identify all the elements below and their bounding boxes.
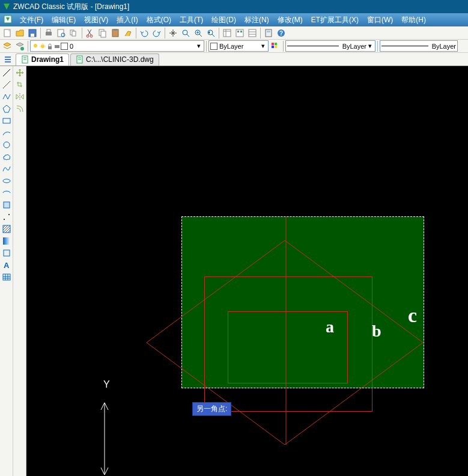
- ellipse-tool[interactable]: [1, 175, 12, 186]
- layer-manager-button[interactable]: [1, 40, 13, 52]
- plot-icon: [53, 43, 61, 50]
- point-tool[interactable]: [1, 212, 12, 222]
- copy-button[interactable]: [97, 27, 109, 39]
- document-tab-drawing1[interactable]: Drawing1: [16, 53, 69, 66]
- svg-rect-34: [275, 43, 277, 45]
- standard-toolbar: ?: [0, 26, 468, 40]
- document-control-icon[interactable]: [3, 14, 14, 25]
- copy-tool[interactable]: [14, 79, 25, 90]
- polyline-tool[interactable]: [1, 91, 12, 102]
- undo-button[interactable]: [138, 27, 150, 39]
- publish-button[interactable]: [68, 27, 80, 39]
- polygon-tool[interactable]: [1, 103, 12, 114]
- zoom-realtime-button[interactable]: [180, 27, 192, 39]
- tab-label: Drawing1: [31, 55, 64, 64]
- design-center-button[interactable]: [234, 27, 246, 39]
- line-tool[interactable]: [1, 67, 12, 78]
- toolbar-separator: [40, 28, 41, 38]
- svg-rect-42: [4, 202, 10, 208]
- linetype-dropdown[interactable]: ByLayer ▾: [285, 40, 375, 52]
- toolbar-separator: [377, 41, 378, 52]
- svg-rect-4: [46, 32, 52, 35]
- lock-icon: [46, 43, 53, 50]
- document-tab-clinic3d[interactable]: C:\...\CLINIC-3D.dwg: [70, 53, 159, 66]
- svg-rect-15: [114, 29, 117, 31]
- properties-button[interactable]: [221, 27, 233, 39]
- svg-point-16: [183, 30, 187, 35]
- construction-line-tool[interactable]: [1, 79, 12, 90]
- pan-button[interactable]: [167, 27, 179, 39]
- svg-rect-25: [267, 31, 270, 32]
- calculator-button[interactable]: [263, 27, 275, 39]
- circle-tool[interactable]: [1, 139, 12, 150]
- insert-block-tool[interactable]: [1, 200, 12, 210]
- svg-point-29: [34, 44, 37, 47]
- ellipse-arc-tool[interactable]: [1, 188, 12, 198]
- menu-edit[interactable]: 编辑(E): [47, 14, 80, 26]
- zoom-previous-button[interactable]: [205, 27, 217, 39]
- toolbar-separator: [28, 41, 28, 52]
- match-button[interactable]: [122, 27, 134, 39]
- menu-draw[interactable]: 绘图(D): [207, 14, 240, 26]
- color-swatch: [210, 43, 217, 50]
- revcloud-tool[interactable]: [1, 151, 12, 162]
- color-dropdown[interactable]: ByLayer ▾: [208, 40, 269, 52]
- hatch-tool[interactable]: [1, 224, 12, 234]
- arc-tool[interactable]: [1, 127, 12, 138]
- menu-insert[interactable]: 插入(I): [112, 14, 142, 26]
- offset-tool[interactable]: [14, 103, 25, 114]
- drawing-canvas[interactable]: a b c 另一角点: Y: [26, 66, 468, 476]
- svg-rect-21: [237, 31, 239, 32]
- help-button[interactable]: ?: [275, 27, 287, 39]
- menu-format[interactable]: 格式(O): [142, 14, 175, 26]
- lineweight-dropdown[interactable]: ByLayer: [380, 40, 458, 52]
- rectangle-tool[interactable]: [1, 115, 12, 126]
- svg-rect-5: [47, 29, 50, 32]
- toolbar-separator: [165, 28, 165, 38]
- color-select-button[interactable]: [269, 40, 281, 52]
- spline-tool[interactable]: [1, 163, 12, 174]
- layer-states-button[interactable]: [14, 40, 26, 52]
- cut-button[interactable]: [84, 27, 96, 39]
- entity-diamond[interactable]: [147, 240, 447, 445]
- annotation-b: b: [372, 322, 381, 341]
- draw-toolbar: A: [0, 66, 13, 476]
- layer-dropdown[interactable]: 0 ▾: [30, 40, 204, 52]
- menu-et-tools[interactable]: ET扩展工具(X): [307, 14, 363, 26]
- toolbar-separator: [260, 28, 261, 38]
- chevron-down-icon: ▾: [366, 42, 374, 50]
- print-preview-button[interactable]: [55, 27, 67, 39]
- tab-control-icon[interactable]: [2, 54, 13, 65]
- lightbulb-icon: [32, 43, 39, 50]
- zoom-window-button[interactable]: [192, 27, 204, 39]
- svg-text:?: ?: [279, 30, 283, 37]
- color-value: ByLayer: [219, 43, 243, 50]
- mirror-tool[interactable]: [14, 91, 25, 102]
- redo-button[interactable]: [151, 27, 163, 39]
- layer-toolbar: 0 ▾ ByLayer ▾ ByLayer ▾ ByLayer: [0, 40, 468, 53]
- print-button[interactable]: [43, 27, 55, 39]
- annotation-c: c: [408, 304, 417, 327]
- save-button[interactable]: [26, 27, 38, 39]
- text-tool[interactable]: A: [1, 260, 12, 270]
- menu-tools[interactable]: 工具(T): [175, 14, 207, 26]
- tool-palette-button[interactable]: [246, 27, 258, 39]
- gradient-tool[interactable]: [1, 236, 12, 246]
- menu-window[interactable]: 窗口(W): [363, 14, 397, 26]
- region-tool[interactable]: [1, 248, 12, 258]
- toolbar-separator: [136, 28, 136, 38]
- menu-view[interactable]: 视图(V): [80, 14, 112, 26]
- menu-file[interactable]: 文件(F): [16, 14, 47, 26]
- sun-icon: [39, 43, 46, 50]
- move-tool[interactable]: [14, 67, 25, 78]
- toolbar-separator: [82, 28, 82, 38]
- paste-button[interactable]: [109, 27, 121, 39]
- new-button[interactable]: [1, 27, 13, 39]
- document-icon: [76, 55, 84, 64]
- open-button[interactable]: [14, 27, 26, 39]
- menu-dimension[interactable]: 标注(N): [240, 14, 273, 26]
- toolbar-separator: [206, 41, 207, 52]
- menu-help[interactable]: 帮助(H): [397, 14, 430, 26]
- menu-modify[interactable]: 修改(M): [273, 14, 307, 26]
- table-tool[interactable]: [1, 272, 12, 282]
